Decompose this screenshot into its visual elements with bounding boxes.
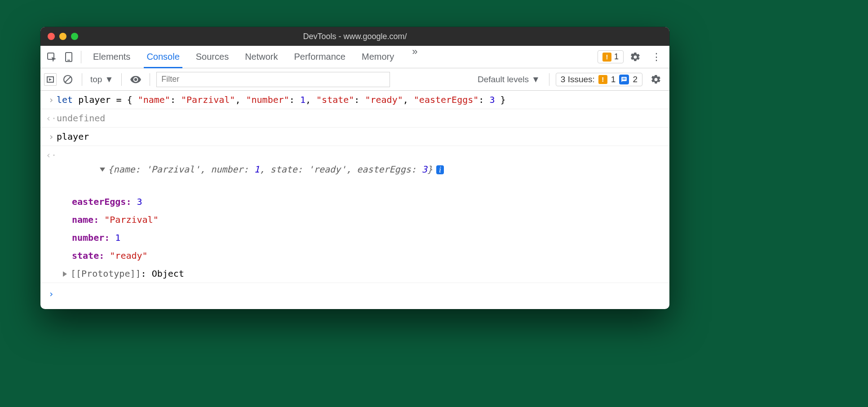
titlebar: DevTools - www.google.com/ [40, 27, 669, 46]
console-settings-icon[interactable] [646, 74, 666, 85]
chevron-down-icon: ▼ [105, 75, 113, 84]
object-property[interactable]: easterEggs: 3 [40, 193, 669, 211]
result-undefined: undefined [57, 111, 664, 125]
warnings-badge[interactable]: ! 1 [598, 50, 624, 63]
toggle-sidebar-icon[interactable] [44, 73, 57, 86]
separator [549, 73, 549, 86]
more-options-icon[interactable]: ⋮ [647, 51, 666, 63]
tab-sources[interactable]: Sources [193, 46, 231, 68]
zoom-window[interactable] [71, 33, 78, 40]
console-code: player [57, 129, 664, 144]
object-property[interactable]: number: 1 [40, 229, 669, 247]
close-window[interactable] [48, 33, 55, 40]
issues-info-count: 2 [633, 75, 638, 84]
svg-line-5 [65, 77, 71, 82]
chevron-down-icon: ▼ [531, 75, 540, 84]
window-title: DevTools - www.google.com/ [40, 32, 669, 41]
settings-icon[interactable] [625, 52, 645, 62]
log-levels-selector[interactable]: Default levels ▼ [475, 75, 543, 84]
prompt-chevron-icon: › [46, 287, 57, 301]
tab-elements[interactable]: Elements [90, 46, 133, 68]
issues-badge[interactable]: 3 Issues: ! 1 2 [556, 73, 642, 86]
device-toggle-icon[interactable] [61, 49, 76, 65]
info-issue-icon [619, 75, 629, 84]
tab-memory[interactable]: Memory [359, 46, 397, 68]
collapse-triangle-icon[interactable] [100, 168, 105, 172]
separator [81, 51, 81, 63]
console-prompt[interactable]: › [40, 283, 669, 309]
more-tabs-icon[interactable]: » [407, 46, 422, 68]
panel-tabs: Elements Console Sources Network Perform… [90, 46, 596, 68]
minimize-window[interactable] [59, 33, 66, 40]
separator [150, 73, 150, 86]
expand-triangle-icon[interactable] [63, 271, 67, 277]
input-chevron-icon: › [46, 93, 57, 107]
tab-console[interactable]: Console [144, 46, 182, 68]
console-result-row: ‹· {name: 'Parzival', number: 1, state: … [40, 146, 669, 193]
object-property[interactable]: name: "Parzival" [40, 211, 669, 229]
input-chevron-icon: › [46, 129, 57, 144]
object-info-icon[interactable]: i [436, 165, 444, 174]
separator [82, 73, 82, 86]
console-toolbar: top ▼ Default levels ▼ 3 Issues: ! 1 2 [40, 68, 669, 91]
object-prototype[interactable]: [[Prototype]]: Object [40, 265, 669, 283]
devtools-window: DevTools - www.google.com/ Elements Cons… [40, 27, 669, 309]
clear-console-icon[interactable] [60, 72, 75, 87]
output-chevron-icon: ‹· [46, 148, 57, 162]
inspect-element-icon[interactable] [44, 49, 59, 65]
tab-performance[interactable]: Performance [292, 46, 349, 68]
separator [121, 73, 122, 86]
issues-label: 3 Issues: [561, 75, 595, 84]
filter-input[interactable] [156, 72, 390, 87]
output-chevron-icon: ‹· [46, 111, 57, 125]
console-input-row[interactable]: › let player = { "name": "Parzival", "nu… [40, 91, 669, 109]
main-toolbar: Elements Console Sources Network Perform… [40, 46, 669, 68]
console-output: › let player = { "name": "Parzival", "nu… [40, 91, 669, 309]
traffic-lights [40, 33, 78, 40]
console-code: let player = { "name": "Parzival", "numb… [57, 93, 664, 107]
object-property[interactable]: state: "ready" [40, 247, 669, 265]
warning-icon: ! [602, 53, 611, 62]
console-input-row[interactable]: › player [40, 128, 669, 146]
object-expanded[interactable]: {name: 'Parzival', number: 1, state: 're… [57, 148, 664, 191]
console-result-row: ‹· undefined [40, 109, 669, 128]
context-label: top [90, 75, 102, 84]
context-selector[interactable]: top ▼ [89, 75, 115, 84]
issues-warn-count: 1 [611, 75, 616, 84]
tab-network[interactable]: Network [242, 46, 280, 68]
warning-icon: ! [598, 75, 607, 84]
levels-label: Default levels [478, 75, 529, 84]
live-expression-icon[interactable] [128, 72, 143, 87]
warning-count: 1 [614, 52, 619, 62]
